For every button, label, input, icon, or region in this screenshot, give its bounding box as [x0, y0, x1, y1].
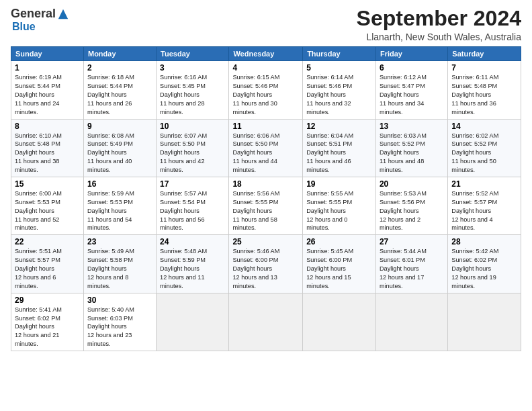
day-info: Sunrise: 6:07 AMSunset: 5:50 PMDaylight …: [160, 132, 225, 175]
weekday-header-saturday: Saturday: [448, 47, 521, 61]
calendar-cell: 26Sunrise: 5:45 AMSunset: 6:00 PMDayligh…: [303, 235, 376, 293]
calendar-cell: 30Sunrise: 5:40 AMSunset: 6:03 PMDayligh…: [83, 293, 156, 351]
calendar-cell: 5Sunrise: 6:14 AMSunset: 5:46 PMDaylight…: [303, 61, 376, 119]
calendar-cell: 9Sunrise: 6:08 AMSunset: 5:49 PMDaylight…: [83, 119, 156, 177]
day-number: 29: [15, 295, 80, 305]
calendar-cell: [157, 293, 229, 351]
day-number: 18: [232, 179, 299, 189]
logo: General Blue: [11, 7, 69, 33]
weekday-header-tuesday: Tuesday: [157, 47, 229, 61]
day-number: 9: [87, 122, 152, 131]
day-number: 23: [87, 237, 152, 246]
location: Llanarth, New South Wales, Australia: [357, 32, 521, 42]
day-number: 21: [451, 179, 517, 189]
title-block: September 2024 Llanarth, New South Wales…: [357, 7, 521, 42]
calendar-cell: 10Sunrise: 6:07 AMSunset: 5:50 PMDayligh…: [157, 119, 229, 177]
calendar-cell: 3Sunrise: 6:16 AMSunset: 5:45 PMDaylight…: [157, 61, 229, 119]
day-info: Sunrise: 5:56 AMSunset: 5:55 PMDaylight …: [232, 189, 299, 232]
day-info: Sunrise: 5:46 AMSunset: 6:00 PMDaylight …: [232, 247, 299, 290]
day-number: 13: [380, 122, 444, 131]
calendar-cell: 7Sunrise: 6:11 AMSunset: 5:48 PMDaylight…: [448, 61, 521, 119]
calendar-cell: 22Sunrise: 5:51 AMSunset: 5:57 PMDayligh…: [11, 235, 84, 293]
calendar-cell: 28Sunrise: 5:42 AMSunset: 6:02 PMDayligh…: [448, 235, 521, 293]
day-number: 24: [160, 237, 225, 246]
calendar-cell: 12Sunrise: 6:04 AMSunset: 5:51 PMDayligh…: [303, 119, 376, 177]
page: General Blue September 2024 Llanarth, Ne…: [0, 0, 532, 411]
calendar-cell: 24Sunrise: 5:48 AMSunset: 5:59 PMDayligh…: [157, 235, 229, 293]
week-row-5: 29Sunrise: 5:41 AMSunset: 6:02 PMDayligh…: [11, 293, 521, 351]
calendar-cell: 14Sunrise: 6:02 AMSunset: 5:52 PMDayligh…: [448, 119, 521, 177]
day-info: Sunrise: 6:19 AMSunset: 5:44 PMDaylight …: [15, 73, 80, 116]
logo-text: General: [11, 7, 69, 21]
day-number: 11: [232, 122, 299, 131]
logo-blue-text: Blue: [12, 21, 36, 33]
calendar-cell: 8Sunrise: 6:10 AMSunset: 5:48 PMDaylight…: [11, 119, 84, 177]
day-info: Sunrise: 5:52 AMSunset: 5:57 PMDaylight …: [451, 189, 517, 232]
day-number: 12: [306, 122, 372, 131]
day-info: Sunrise: 5:49 AMSunset: 5:58 PMDaylight …: [87, 247, 152, 290]
day-info: Sunrise: 6:00 AMSunset: 5:53 PMDaylight …: [15, 189, 80, 232]
weekday-header-thursday: Thursday: [303, 47, 376, 61]
calendar: SundayMondayTuesdayWednesdayThursdayFrid…: [11, 46, 521, 351]
weekday-header-sunday: Sunday: [11, 47, 84, 61]
svg-marker-0: [58, 9, 68, 18]
day-info: Sunrise: 5:44 AMSunset: 6:01 PMDaylight …: [380, 247, 444, 290]
day-number: 19: [306, 179, 372, 189]
day-number: 2: [87, 63, 152, 73]
calendar-cell: [375, 293, 447, 351]
weekday-header-friday: Friday: [375, 47, 447, 61]
day-number: 30: [87, 295, 152, 305]
calendar-cell: 20Sunrise: 5:53 AMSunset: 5:56 PMDayligh…: [375, 177, 447, 234]
calendar-cell: 16Sunrise: 5:59 AMSunset: 5:53 PMDayligh…: [83, 177, 156, 234]
day-number: 3: [160, 63, 225, 73]
day-info: Sunrise: 6:15 AMSunset: 5:46 PMDaylight …: [232, 73, 299, 116]
logo-general: General: [11, 7, 56, 21]
day-info: Sunrise: 5:40 AMSunset: 6:03 PMDaylight …: [87, 306, 152, 349]
day-info: Sunrise: 6:06 AMSunset: 5:50 PMDaylight …: [232, 132, 299, 175]
day-info: Sunrise: 6:03 AMSunset: 5:52 PMDaylight …: [380, 132, 444, 175]
day-number: 16: [87, 179, 152, 189]
day-number: 26: [306, 237, 372, 246]
calendar-cell: [448, 293, 521, 351]
calendar-cell: 1Sunrise: 6:19 AMSunset: 5:44 PMDaylight…: [11, 61, 84, 119]
calendar-cell: 2Sunrise: 6:18 AMSunset: 5:44 PMDaylight…: [83, 61, 156, 119]
day-number: 4: [232, 63, 299, 73]
day-info: Sunrise: 5:55 AMSunset: 5:55 PMDaylight …: [306, 189, 372, 232]
day-info: Sunrise: 6:08 AMSunset: 5:49 PMDaylight …: [87, 132, 152, 175]
month-title: September 2024: [357, 7, 521, 30]
day-info: Sunrise: 5:51 AMSunset: 5:57 PMDaylight …: [15, 247, 80, 290]
calendar-cell: 17Sunrise: 5:57 AMSunset: 5:54 PMDayligh…: [157, 177, 229, 234]
day-number: 14: [451, 122, 517, 131]
calendar-cell: [303, 293, 376, 351]
day-info: Sunrise: 5:53 AMSunset: 5:56 PMDaylight …: [380, 189, 444, 232]
calendar-cell: 19Sunrise: 5:55 AMSunset: 5:55 PMDayligh…: [303, 177, 376, 234]
calendar-cell: 13Sunrise: 6:03 AMSunset: 5:52 PMDayligh…: [375, 119, 447, 177]
calendar-cell: 4Sunrise: 6:15 AMSunset: 5:46 PMDaylight…: [229, 61, 303, 119]
day-number: 17: [160, 179, 225, 189]
calendar-cell: 25Sunrise: 5:46 AMSunset: 6:00 PMDayligh…: [229, 235, 303, 293]
calendar-cell: 29Sunrise: 5:41 AMSunset: 6:02 PMDayligh…: [11, 293, 84, 351]
day-number: 5: [306, 63, 372, 73]
day-info: Sunrise: 6:12 AMSunset: 5:47 PMDaylight …: [380, 73, 444, 116]
weekday-header-wednesday: Wednesday: [229, 47, 303, 61]
day-number: 10: [160, 122, 225, 131]
day-info: Sunrise: 6:04 AMSunset: 5:51 PMDaylight …: [306, 132, 372, 175]
calendar-cell: [229, 293, 303, 351]
calendar-cell: 23Sunrise: 5:49 AMSunset: 5:58 PMDayligh…: [83, 235, 156, 293]
calendar-cell: 11Sunrise: 6:06 AMSunset: 5:50 PMDayligh…: [229, 119, 303, 177]
day-number: 20: [380, 179, 444, 189]
day-info: Sunrise: 6:02 AMSunset: 5:52 PMDaylight …: [451, 132, 517, 175]
calendar-cell: 27Sunrise: 5:44 AMSunset: 6:01 PMDayligh…: [375, 235, 447, 293]
day-info: Sunrise: 5:57 AMSunset: 5:54 PMDaylight …: [160, 189, 225, 232]
day-number: 6: [380, 63, 444, 73]
week-row-3: 15Sunrise: 6:00 AMSunset: 5:53 PMDayligh…: [11, 177, 521, 234]
calendar-cell: 15Sunrise: 6:00 AMSunset: 5:53 PMDayligh…: [11, 177, 84, 234]
calendar-cell: 21Sunrise: 5:52 AMSunset: 5:57 PMDayligh…: [448, 177, 521, 234]
day-info: Sunrise: 6:11 AMSunset: 5:48 PMDaylight …: [451, 73, 517, 116]
day-info: Sunrise: 5:59 AMSunset: 5:53 PMDaylight …: [87, 189, 152, 232]
day-number: 25: [232, 237, 299, 246]
day-info: Sunrise: 6:16 AMSunset: 5:45 PMDaylight …: [160, 73, 225, 116]
day-info: Sunrise: 5:48 AMSunset: 5:59 PMDaylight …: [160, 247, 225, 290]
header: General Blue September 2024 Llanarth, Ne…: [11, 7, 521, 42]
day-info: Sunrise: 6:10 AMSunset: 5:48 PMDaylight …: [15, 132, 80, 175]
